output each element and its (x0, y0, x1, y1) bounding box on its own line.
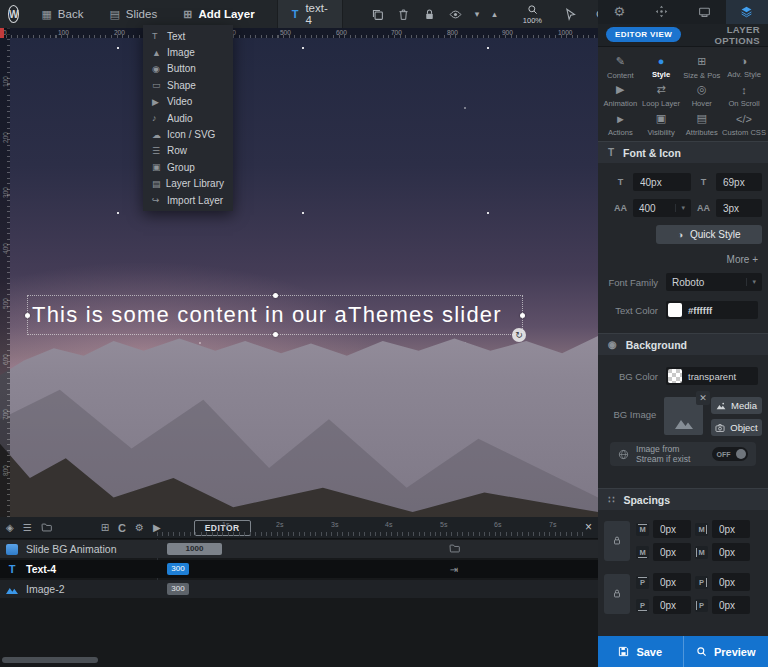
jump-to-end-icon[interactable]: ⇥ (442, 564, 466, 575)
move-down-button[interactable]: ▾ (475, 9, 480, 19)
remove-image-button[interactable]: ✕ (696, 391, 710, 405)
bg-image-placeholder[interactable]: ✕ (664, 397, 703, 435)
zoom-control[interactable]: 100% (523, 4, 542, 25)
tab-attributes[interactable]: ▤Attributes (681, 110, 722, 139)
list-view-icon[interactable]: ☰ (23, 522, 32, 533)
visibility-button[interactable] (449, 8, 462, 21)
tab-hover[interactable]: ◎Hover (681, 82, 722, 111)
delete-button[interactable] (397, 8, 410, 21)
tab-layers[interactable] (726, 0, 768, 24)
resize-handle-right[interactable] (520, 313, 525, 318)
menu-item-image[interactable]: ▲Image (143, 44, 233, 60)
preview-button[interactable]: Preview (683, 636, 768, 667)
add-layer-button[interactable]: ⊞ Add Layer (183, 8, 254, 21)
menu-item-audio[interactable]: ♪Audio (143, 110, 233, 126)
more-options-link[interactable]: More + (598, 252, 768, 273)
tab-on-scroll[interactable]: ↕On Scroll (722, 82, 766, 111)
menu-item-text[interactable]: TText (143, 28, 233, 44)
duration-bar[interactable]: 300 (167, 563, 189, 575)
wordpress-logo-icon[interactable]: W (8, 5, 19, 23)
tab-slider-settings[interactable]: ⚙ (598, 0, 641, 24)
padding-lock-button[interactable] (604, 574, 630, 614)
slides-button[interactable]: ▤ Slides (109, 8, 157, 21)
duration-bar[interactable]: 1000 (167, 543, 222, 555)
close-timeline-button[interactable]: × (585, 520, 592, 534)
tab-loop-layer[interactable]: ⇄Loop Layer (641, 82, 682, 111)
line-height-input[interactable] (716, 173, 762, 191)
tab-style[interactable]: ●Style (641, 53, 682, 82)
easing-curve-icon[interactable]: C (118, 522, 126, 534)
timeline-row-slide-bg[interactable]: Slide BG Animation 1000 (0, 540, 598, 558)
import-icon: ↪ (152, 195, 167, 205)
padding-bottom-input[interactable] (653, 596, 691, 614)
resize-handle-top[interactable] (273, 293, 278, 298)
menu-item-icon-svg[interactable]: ☁Icon / SVG (143, 126, 233, 142)
button-icon: ◉ (152, 64, 167, 74)
letter-spacing-input[interactable] (716, 199, 762, 217)
margin-left-input[interactable] (712, 543, 750, 561)
bg-color-field[interactable]: transparent (666, 367, 758, 385)
object-button[interactable]: Object (711, 419, 762, 436)
padding-left-input[interactable] (712, 596, 750, 614)
timeline-scrollbar[interactable] (2, 657, 98, 663)
font-family-select[interactable]: Roboto ▾ (666, 273, 762, 291)
editor-view-button[interactable]: EDITOR VIEW (606, 27, 681, 42)
tab-adv-style[interactable]: ◑Adv. Style (722, 53, 766, 82)
grid-view-icon[interactable]: ⊞ (101, 522, 109, 533)
back-button[interactable]: ▦ Back (41, 8, 83, 21)
font-size-input[interactable] (633, 173, 691, 191)
lock-button[interactable] (423, 8, 436, 21)
folder-icon[interactable] (442, 543, 466, 556)
media-button[interactable]: Media (711, 397, 762, 414)
slide-text[interactable]: This is some content in our aThemes slid… (32, 296, 502, 334)
tab-content[interactable]: ✎Content (600, 53, 641, 82)
move-up-button[interactable]: ▴ (492, 9, 497, 19)
section-background[interactable]: ◉ Background (598, 333, 768, 355)
slide-canvas[interactable]: 0100200 300400500 600700800 9001000 1002… (0, 28, 598, 517)
margin-lock-button[interactable] (604, 521, 630, 561)
image-icon: ▲ (152, 48, 167, 58)
duplicate-button[interactable] (371, 8, 384, 21)
text-color-field[interactable]: #ffffff (666, 301, 758, 319)
menu-item-row[interactable]: ☰Row (143, 143, 233, 159)
menu-item-group[interactable]: ▣Group (143, 159, 233, 175)
tab-slide-settings[interactable] (641, 0, 684, 24)
menu-item-shape[interactable]: ▭Shape (143, 77, 233, 93)
folder-icon[interactable] (41, 522, 52, 533)
padding-right-input[interactable] (712, 573, 750, 591)
settings-gear-icon[interactable]: ⚙ (135, 522, 144, 533)
menu-item-import-layer[interactable]: ↪Import Layer (143, 192, 233, 208)
tab-slides[interactable] (683, 0, 726, 24)
select-tool-button[interactable] (564, 8, 577, 21)
menu-item-layer-library[interactable]: ▤Layer Library (143, 176, 233, 192)
resize-handle-left[interactable] (25, 313, 30, 318)
menu-item-button[interactable]: ◉Button (143, 61, 233, 77)
tab-actions[interactable]: ►Actions (600, 110, 641, 139)
section-spacings[interactable]: ∷ Spacings (598, 488, 768, 510)
layer-tab-text4[interactable]: T text-4 (277, 0, 343, 28)
time-ruler[interactable]: 1s2s3s 4s5s6s 7s (157, 517, 584, 539)
margin-right-input[interactable] (712, 520, 750, 538)
duration-bar[interactable]: 300 (167, 583, 189, 595)
tab-visibility[interactable]: ▣Visibility (641, 110, 682, 139)
margin-bottom-input[interactable] (653, 543, 691, 561)
resize-handle-bottom[interactable] (273, 332, 278, 337)
font-icon-body: T T AA 400 ▾ AA ◑ Quick Style (598, 163, 768, 252)
selected-text-layer[interactable]: This is some content in our aThemes slid… (28, 296, 522, 334)
timeline-row-image2[interactable]: Image-2 300 (0, 580, 598, 598)
stream-toggle[interactable]: OFF (712, 447, 748, 461)
tab-size-pos[interactable]: ⊞Size & Pos (681, 53, 722, 82)
layers-icon[interactable]: ◈ (6, 522, 14, 533)
tab-custom-css[interactable]: </>Custom CSS (722, 110, 766, 139)
rotate-handle[interactable]: ↻ (512, 328, 526, 342)
save-button[interactable]: Save (598, 636, 683, 667)
section-font-icon[interactable]: T Font & Icon (598, 141, 768, 163)
timeline-row-text4[interactable]: T Text-4 ⇥ 300 (0, 560, 598, 578)
font-weight-select[interactable]: 400 ▾ (633, 199, 691, 217)
padding-top-input[interactable] (653, 573, 691, 591)
scroll-icon: ↕ (741, 84, 747, 96)
menu-item-video[interactable]: ▶Video (143, 94, 233, 110)
quick-style-button[interactable]: ◑ Quick Style (656, 225, 762, 244)
margin-top-input[interactable] (653, 520, 691, 538)
tab-animation[interactable]: ▶Animation (600, 82, 641, 111)
